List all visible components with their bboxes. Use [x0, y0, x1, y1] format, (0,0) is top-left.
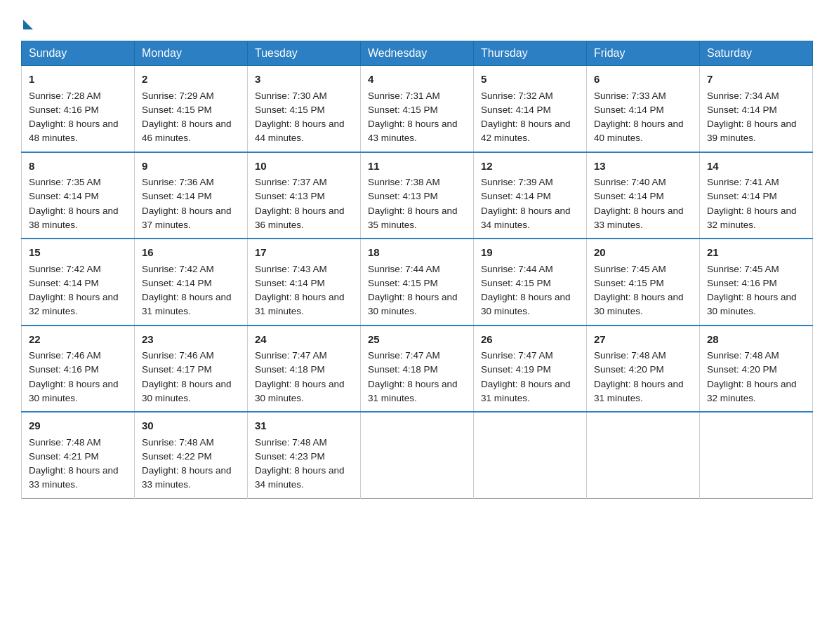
sunset-text: Sunset: 4:14 PM: [481, 191, 551, 201]
daylight-text: Daylight: 8 hours and 34 minutes.: [481, 206, 571, 230]
sunset-text: Sunset: 4:16 PM: [29, 364, 99, 375]
sunset-text: Sunset: 4:14 PM: [142, 278, 212, 288]
calendar-cell: 12Sunrise: 7:39 AMSunset: 4:14 PMDayligh…: [474, 152, 587, 239]
calendar-cell: 19Sunrise: 7:44 AMSunset: 4:15 PMDayligh…: [474, 239, 587, 326]
sunrise-text: Sunrise: 7:48 AM: [142, 437, 214, 448]
day-number: 3: [255, 72, 353, 88]
sunset-text: Sunset: 4:15 PM: [481, 278, 551, 288]
day-number: 12: [481, 159, 579, 175]
calendar-cell: 1Sunrise: 7:28 AMSunset: 4:16 PMDaylight…: [22, 66, 135, 152]
calendar-cell: 28Sunrise: 7:48 AMSunset: 4:20 PMDayligh…: [700, 326, 813, 412]
calendar-cell: 31Sunrise: 7:48 AMSunset: 4:23 PMDayligh…: [248, 412, 361, 498]
daylight-text: Daylight: 8 hours and 31 minutes.: [255, 292, 345, 316]
calendar-week-row: 29Sunrise: 7:48 AMSunset: 4:21 PMDayligh…: [22, 412, 813, 498]
daylight-text: Daylight: 8 hours and 33 minutes.: [594, 206, 684, 230]
sunrise-text: Sunrise: 7:33 AM: [594, 90, 666, 101]
calendar-cell: 18Sunrise: 7:44 AMSunset: 4:15 PMDayligh…: [361, 239, 474, 326]
day-number: 7: [707, 72, 805, 88]
day-number: 11: [368, 159, 466, 175]
daylight-text: Daylight: 8 hours and 31 minutes.: [142, 292, 232, 316]
day-number: 17: [255, 245, 353, 261]
calendar-cell: [474, 412, 587, 498]
day-header-tuesday: Tuesday: [248, 41, 361, 66]
sunset-text: Sunset: 4:15 PM: [142, 105, 212, 115]
calendar-cell: 26Sunrise: 7:47 AMSunset: 4:19 PMDayligh…: [474, 326, 587, 412]
sunrise-text: Sunrise: 7:32 AM: [481, 90, 553, 101]
sunset-text: Sunset: 4:19 PM: [481, 364, 551, 375]
daylight-text: Daylight: 8 hours and 30 minutes.: [481, 292, 571, 316]
day-number: 1: [29, 72, 127, 88]
daylight-text: Daylight: 8 hours and 34 minutes.: [255, 465, 345, 490]
sunset-text: Sunset: 4:18 PM: [255, 364, 325, 375]
sunset-text: Sunset: 4:17 PM: [142, 364, 212, 375]
sunset-text: Sunset: 4:21 PM: [29, 451, 99, 462]
day-number: 25: [368, 332, 466, 348]
day-number: 26: [481, 332, 579, 348]
day-number: 30: [142, 418, 240, 434]
day-number: 15: [29, 245, 127, 261]
sunset-text: Sunset: 4:13 PM: [368, 191, 438, 201]
logo-triangle-icon: [23, 20, 33, 29]
daylight-text: Daylight: 8 hours and 37 minutes.: [142, 206, 232, 230]
calendar-cell: 4Sunrise: 7:31 AMSunset: 4:15 PMDaylight…: [361, 66, 474, 152]
daylight-text: Daylight: 8 hours and 31 minutes.: [594, 379, 684, 403]
sunrise-text: Sunrise: 7:30 AM: [255, 90, 327, 101]
day-number: 18: [368, 245, 466, 261]
logo: [21, 14, 33, 27]
day-number: 20: [594, 245, 692, 261]
sunset-text: Sunset: 4:18 PM: [368, 364, 438, 375]
sunset-text: Sunset: 4:22 PM: [142, 451, 212, 462]
calendar-cell: 5Sunrise: 7:32 AMSunset: 4:14 PMDaylight…: [474, 66, 587, 152]
calendar-cell: 16Sunrise: 7:42 AMSunset: 4:14 PMDayligh…: [135, 239, 248, 326]
calendar-cell: 27Sunrise: 7:48 AMSunset: 4:20 PMDayligh…: [587, 326, 700, 412]
sunset-text: Sunset: 4:20 PM: [707, 364, 777, 375]
day-header-sunday: Sunday: [22, 41, 135, 66]
sunrise-text: Sunrise: 7:39 AM: [481, 177, 553, 187]
sunrise-text: Sunrise: 7:36 AM: [142, 177, 214, 187]
daylight-text: Daylight: 8 hours and 30 minutes.: [255, 379, 345, 403]
calendar-cell: 8Sunrise: 7:35 AMSunset: 4:14 PMDaylight…: [22, 152, 135, 239]
day-number: 23: [142, 332, 240, 348]
calendar-cell: [587, 412, 700, 498]
sunset-text: Sunset: 4:13 PM: [255, 191, 325, 201]
sunrise-text: Sunrise: 7:46 AM: [142, 350, 214, 361]
sunset-text: Sunset: 4:14 PM: [594, 105, 664, 115]
daylight-text: Daylight: 8 hours and 31 minutes.: [481, 379, 571, 403]
calendar-cell: 25Sunrise: 7:47 AMSunset: 4:18 PMDayligh…: [361, 326, 474, 412]
calendar-cell: 15Sunrise: 7:42 AMSunset: 4:14 PMDayligh…: [22, 239, 135, 326]
daylight-text: Daylight: 8 hours and 30 minutes.: [29, 379, 119, 403]
day-header-friday: Friday: [587, 41, 700, 66]
calendar-cell: [361, 412, 474, 498]
day-number: 10: [255, 159, 353, 175]
sunrise-text: Sunrise: 7:42 AM: [29, 264, 101, 274]
calendar-week-row: 22Sunrise: 7:46 AMSunset: 4:16 PMDayligh…: [22, 326, 813, 412]
calendar-cell: 20Sunrise: 7:45 AMSunset: 4:15 PMDayligh…: [587, 239, 700, 326]
sunrise-text: Sunrise: 7:47 AM: [368, 350, 440, 361]
calendar-week-row: 8Sunrise: 7:35 AMSunset: 4:14 PMDaylight…: [22, 152, 813, 239]
daylight-text: Daylight: 8 hours and 30 minutes.: [368, 292, 458, 316]
day-number: 24: [255, 332, 353, 348]
sunset-text: Sunset: 4:15 PM: [368, 278, 438, 288]
sunset-text: Sunset: 4:16 PM: [707, 278, 777, 288]
sunrise-text: Sunrise: 7:46 AM: [29, 350, 101, 361]
sunrise-text: Sunrise: 7:44 AM: [481, 264, 553, 274]
sunset-text: Sunset: 4:14 PM: [255, 278, 325, 288]
sunset-text: Sunset: 4:14 PM: [481, 105, 551, 115]
sunrise-text: Sunrise: 7:47 AM: [255, 350, 327, 361]
calendar-cell: 21Sunrise: 7:45 AMSunset: 4:16 PMDayligh…: [700, 239, 813, 326]
day-number: 28: [707, 332, 805, 348]
sunrise-text: Sunrise: 7:44 AM: [368, 264, 440, 274]
calendar-cell: 17Sunrise: 7:43 AMSunset: 4:14 PMDayligh…: [248, 239, 361, 326]
sunset-text: Sunset: 4:20 PM: [594, 364, 664, 375]
sunset-text: Sunset: 4:14 PM: [707, 191, 777, 201]
calendar-week-row: 15Sunrise: 7:42 AMSunset: 4:14 PMDayligh…: [22, 239, 813, 326]
sunset-text: Sunset: 4:14 PM: [594, 191, 664, 201]
logo-icon: [21, 14, 33, 27]
calendar-cell: [700, 412, 813, 498]
sunrise-text: Sunrise: 7:28 AM: [29, 90, 101, 101]
day-number: 31: [255, 418, 353, 434]
sunrise-text: Sunrise: 7:40 AM: [594, 177, 666, 187]
sunrise-text: Sunrise: 7:35 AM: [29, 177, 101, 187]
sunset-text: Sunset: 4:16 PM: [29, 105, 99, 115]
daylight-text: Daylight: 8 hours and 30 minutes.: [142, 379, 232, 403]
